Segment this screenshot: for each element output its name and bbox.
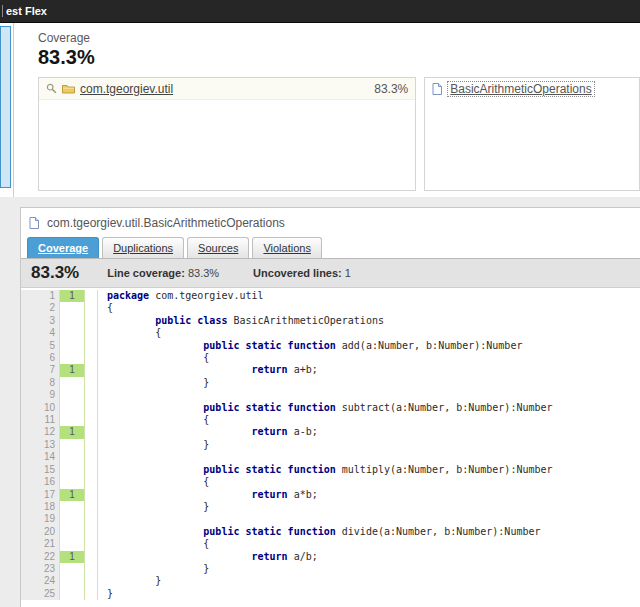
coverage-hits-cell bbox=[60, 340, 85, 352]
code-text: { bbox=[98, 327, 640, 339]
coverage-hits-cell-covered: 1 bbox=[60, 290, 85, 302]
tab-violations[interactable]: Violations bbox=[252, 237, 322, 258]
duplication-cell bbox=[85, 364, 98, 376]
duplication-cell bbox=[85, 302, 98, 314]
line-number: 11 bbox=[21, 414, 60, 426]
code-line: 4 { bbox=[21, 327, 640, 339]
duplication-cell bbox=[85, 588, 98, 600]
duplication-cell bbox=[85, 476, 98, 488]
line-number: 6 bbox=[21, 352, 60, 364]
line-number: 19 bbox=[21, 513, 60, 525]
line-number: 18 bbox=[21, 501, 60, 513]
duplication-cell bbox=[85, 575, 98, 587]
code-line: 20 public static function divide(a:Numbe… bbox=[21, 526, 640, 538]
duplication-cell bbox=[85, 513, 98, 525]
line-number: 1 bbox=[21, 290, 60, 302]
code-line: 19 bbox=[21, 513, 640, 525]
coverage-hits-cell bbox=[60, 526, 85, 538]
line-coverage-label: Line coverage: bbox=[107, 267, 185, 279]
coverage-hits-cell-covered: 1 bbox=[60, 364, 85, 376]
duplication-cell bbox=[85, 340, 98, 352]
search-icon[interactable] bbox=[46, 83, 57, 94]
code-text: return a-b; bbox=[98, 426, 640, 438]
coverage-metric-label: Coverage bbox=[38, 31, 640, 45]
coverage-hits-cell bbox=[60, 575, 85, 587]
tab-sources[interactable]: Sources bbox=[187, 237, 249, 258]
code-text: public static function subtract(a:Number… bbox=[98, 402, 640, 414]
coverage-hits-cell bbox=[60, 451, 85, 463]
tab-bar: CoverageDuplicationsSourcesViolations bbox=[21, 237, 640, 258]
code-table-body: 11package com.tgeorgiev.util2{3 public c… bbox=[21, 290, 640, 600]
code-text: } bbox=[98, 501, 640, 513]
duplication-cell bbox=[85, 489, 98, 501]
code-line: 10 public static function subtract(a:Num… bbox=[21, 402, 640, 414]
duplication-cell bbox=[85, 439, 98, 451]
package-coverage-value: 83.3% bbox=[374, 82, 408, 96]
file-panel: BasicArithmeticOperations bbox=[424, 77, 640, 191]
detail-section: com.tgeorgiev.util.BasicArithmeticOperat… bbox=[0, 197, 640, 607]
code-text: public static function add(a:Number, b:N… bbox=[98, 340, 640, 352]
line-number: 16 bbox=[21, 476, 60, 488]
line-number: 10 bbox=[21, 402, 60, 414]
duplication-cell bbox=[85, 551, 98, 563]
line-number: 13 bbox=[21, 439, 60, 451]
code-text: { bbox=[98, 476, 640, 488]
uncovered-lines-value: 1 bbox=[345, 267, 351, 279]
duplication-cell bbox=[85, 327, 98, 339]
duplication-cell bbox=[85, 389, 98, 401]
line-coverage-item: Line coverage: 83.3% bbox=[107, 267, 219, 279]
code-line: 6 { bbox=[21, 352, 640, 364]
coverage-hits-cell bbox=[60, 501, 85, 513]
duplication-cell bbox=[85, 352, 98, 364]
code-line: 11 { bbox=[21, 414, 640, 426]
duplication-cell bbox=[85, 414, 98, 426]
coverage-hits-cell bbox=[60, 588, 85, 600]
line-number: 2 bbox=[21, 302, 60, 314]
coverage-hits-cell bbox=[60, 389, 85, 401]
duplication-cell bbox=[85, 290, 98, 302]
coverage-hits-cell-covered: 1 bbox=[60, 551, 85, 563]
code-text: return a/b; bbox=[98, 551, 640, 563]
line-number: 12 bbox=[21, 426, 60, 438]
coverage-hits-cell bbox=[60, 327, 85, 339]
topbar: est Flex bbox=[0, 0, 640, 23]
coverage-percentage: 83.3% bbox=[31, 263, 79, 283]
code-text: } bbox=[98, 575, 640, 587]
coverage-hits-cell bbox=[60, 563, 85, 575]
overview-section: Coverage 83.3% bbox=[0, 23, 640, 197]
package-link[interactable]: com.tgeorgiev.util bbox=[80, 82, 173, 96]
code-line: 9 bbox=[21, 389, 640, 401]
duplication-cell bbox=[85, 538, 98, 550]
file-icon bbox=[432, 83, 442, 95]
line-number: 24 bbox=[21, 575, 60, 587]
file-row: BasicArithmeticOperations bbox=[425, 78, 639, 99]
line-number: 3 bbox=[21, 315, 60, 327]
coverage-hits-cell bbox=[60, 513, 85, 525]
code-text: { bbox=[98, 352, 640, 364]
coverage-hits-cell bbox=[60, 476, 85, 488]
line-number: 17 bbox=[21, 489, 60, 501]
code-line: 23 } bbox=[21, 563, 640, 575]
package-panel: com.tgeorgiev.util 83.3% bbox=[38, 77, 416, 191]
line-number: 15 bbox=[21, 464, 60, 476]
coverage-hits-cell bbox=[60, 315, 85, 327]
duplication-cell bbox=[85, 426, 98, 438]
code-text: { bbox=[98, 414, 640, 426]
code-text bbox=[98, 389, 640, 401]
code-text: public class BasicArithmeticOperations bbox=[98, 315, 640, 327]
duplication-cell bbox=[85, 563, 98, 575]
code-line: 171 return a*b; bbox=[21, 489, 640, 501]
overview-content: Coverage 83.3% bbox=[13, 23, 640, 197]
code-line: 18 } bbox=[21, 501, 640, 513]
package-row: com.tgeorgiev.util 83.3% bbox=[39, 78, 415, 100]
duplication-cell bbox=[85, 402, 98, 414]
file-link[interactable]: BasicArithmeticOperations bbox=[447, 81, 594, 97]
coverage-hits-cell bbox=[60, 377, 85, 389]
line-number: 23 bbox=[21, 563, 60, 575]
coverage-hits-cell bbox=[60, 352, 85, 364]
line-number: 4 bbox=[21, 327, 60, 339]
tab-duplications[interactable]: Duplications bbox=[102, 237, 184, 258]
tab-coverage[interactable]: Coverage bbox=[27, 237, 99, 258]
code-text: } bbox=[98, 439, 640, 451]
code-text: return a+b; bbox=[98, 364, 640, 376]
